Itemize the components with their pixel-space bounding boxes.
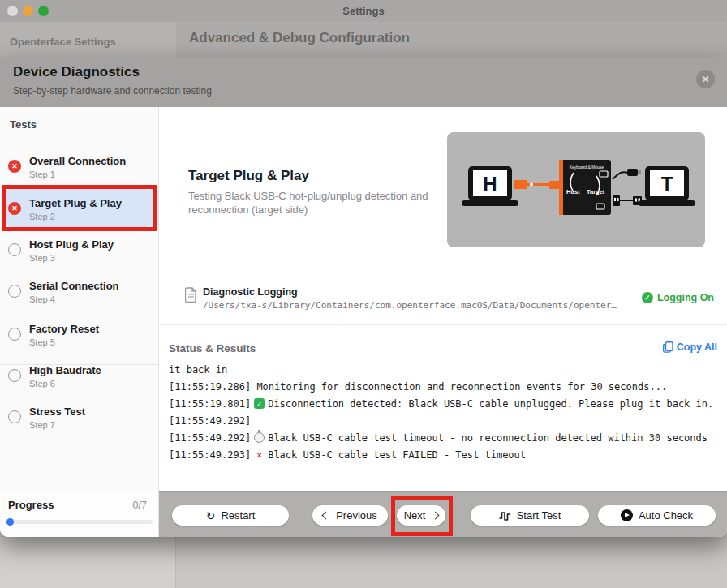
check-icon xyxy=(254,398,265,409)
dialog-header: Device Diagnostics Step-by-step hardware… xyxy=(0,57,727,107)
connection-diagram: H Keyboard & Mouse Host xyxy=(447,132,705,247)
window-title: Settings xyxy=(0,5,727,17)
diagnostic-logging-title: Diagnostic Logging xyxy=(203,286,298,298)
progress-indicator xyxy=(6,518,14,526)
progress-bar xyxy=(6,520,153,524)
test-step: Step 1 xyxy=(29,170,126,179)
status-failed-icon xyxy=(8,160,21,173)
status-pending-icon xyxy=(8,285,21,298)
status-failed-icon xyxy=(8,202,21,215)
copy-icon xyxy=(663,341,673,353)
logging-status: Logging On xyxy=(642,292,714,303)
log-output[interactable]: it back in [11:55:19.286] Monitoring for… xyxy=(159,358,727,491)
test-label: Target Plug & Play xyxy=(29,197,122,209)
window-titlebar: Settings xyxy=(0,0,727,22)
sidebar-item-stress-test[interactable]: Stress Test Step 7 xyxy=(0,406,159,441)
dialog-footer: ↻ Restart Previous Next Start Test Auto … xyxy=(159,491,727,537)
status-pending-icon xyxy=(8,410,21,423)
log-line: [11:55:49.293]Black USB-C cable test FAI… xyxy=(169,449,716,461)
svg-text:H: H xyxy=(483,173,497,195)
test-step: Step 6 xyxy=(29,379,101,388)
device-diagnostics-dialog: Device Diagnostics Step-by-step hardware… xyxy=(0,57,727,537)
play-circle-icon xyxy=(621,509,633,521)
settings-content-header: Advanced & Debug Configuration xyxy=(176,22,727,57)
test-step: Step 4 xyxy=(29,294,119,304)
restart-icon: ↻ xyxy=(206,510,216,521)
status-pending-icon xyxy=(8,243,21,256)
timer-icon xyxy=(254,432,265,443)
test-label: Stress Test xyxy=(29,406,85,418)
log-line: [11:55:49.292] xyxy=(169,414,716,427)
test-label: High Baudrate xyxy=(29,364,101,376)
document-icon xyxy=(185,287,197,306)
status-pending-icon xyxy=(8,328,21,341)
start-test-button[interactable]: Start Test xyxy=(471,505,589,526)
dialog-title: Device Diagnostics xyxy=(13,64,140,80)
tests-sidebar: Tests Overall Connection Step 1 Target P… xyxy=(0,107,159,491)
sidebar-item-target-plug-play[interactable]: Target Plug & Play Step 2 xyxy=(0,197,159,233)
chevron-right-icon xyxy=(432,512,440,520)
logging-status-label: Logging On xyxy=(657,292,714,303)
svg-text:T: T xyxy=(661,173,673,195)
test-step: Step 3 xyxy=(29,253,114,263)
test-step: Step 5 xyxy=(29,337,99,347)
copy-all-label: Copy All xyxy=(677,341,717,353)
svg-text:Keyboard & Mouse: Keyboard & Mouse xyxy=(570,165,604,170)
sidebar-item-openterface-settings[interactable]: Openterface Settings xyxy=(10,36,116,48)
restart-button[interactable]: ↻ Restart xyxy=(172,505,289,526)
cross-icon xyxy=(254,449,265,460)
auto-check-button[interactable]: Auto Check xyxy=(598,505,716,526)
status-results-header: Status & Results xyxy=(169,342,256,354)
svg-text:Target: Target xyxy=(587,188,605,195)
tests-header: Tests xyxy=(10,118,37,131)
svg-text:Host: Host xyxy=(566,188,580,195)
settings-sidebar-dimmed xyxy=(0,537,176,588)
progress-label: Progress xyxy=(8,499,54,511)
sidebar-item-factory-reset[interactable]: Factory Reset Step 5 xyxy=(0,323,159,358)
copy-all-button[interactable]: Copy All xyxy=(663,341,717,353)
log-line: [11:55:49.292]Black USB-C cable test tim… xyxy=(169,431,716,444)
settings-sidebar-header: Openterface Settings xyxy=(0,22,176,57)
openterface-device-icon: Keyboard & Mouse Host Target xyxy=(559,160,611,215)
sidebar-item-high-baudrate[interactable]: High Baudrate Step 6 xyxy=(0,364,159,400)
test-label: Overall Connection xyxy=(29,155,126,167)
sidebar-item-serial-connection[interactable]: Serial Connection Step 4 xyxy=(0,280,159,315)
logging-on-check-icon xyxy=(642,292,653,303)
previous-button[interactable]: Previous xyxy=(312,505,388,526)
dialog-subtitle: Step-by-step hardware and connection tes… xyxy=(13,85,212,97)
sidebar-item-overall-connection[interactable]: Overall Connection Step 1 xyxy=(0,155,159,191)
test-detail-description: Testing Black USB-C hot-plug/unplug dete… xyxy=(188,189,436,217)
log-line: it back in xyxy=(169,363,716,376)
test-detail-title: Target Plug & Play xyxy=(188,168,309,184)
test-step: Step 2 xyxy=(29,212,122,221)
orange-cable-icon xyxy=(514,180,559,189)
screen: Settings Openterface Settings Advanced &… xyxy=(0,0,727,588)
log-line: [11:55:19.801]Disconnection detected: Bl… xyxy=(169,397,716,410)
progress-count: 0/7 xyxy=(133,500,147,511)
sidebar-item-host-plug-play[interactable]: Host Plug & Play Step 3 xyxy=(0,238,159,274)
next-button[interactable]: Next xyxy=(397,505,445,526)
log-line: [11:55:19.286] Monitoring for disconnect… xyxy=(169,380,716,393)
waveform-icon xyxy=(499,511,511,521)
diagnostic-logging-path: /Users/txa-s/Library/Containers/com.open… xyxy=(203,300,617,311)
test-step: Step 7 xyxy=(29,420,85,430)
close-icon[interactable] xyxy=(696,70,715,88)
page-title: Advanced & Debug Configuration xyxy=(189,30,410,46)
test-label: Factory Reset xyxy=(29,323,99,335)
settings-content-dimmed xyxy=(176,537,727,588)
progress-panel: Progress 0/7 xyxy=(0,491,159,537)
test-label: Serial Connection xyxy=(29,280,119,292)
content-divider xyxy=(159,324,727,325)
status-pending-icon xyxy=(8,369,21,382)
test-label: Host Plug & Play xyxy=(29,238,114,251)
host-laptop-icon: H xyxy=(462,166,518,206)
chevron-left-icon xyxy=(322,512,330,520)
